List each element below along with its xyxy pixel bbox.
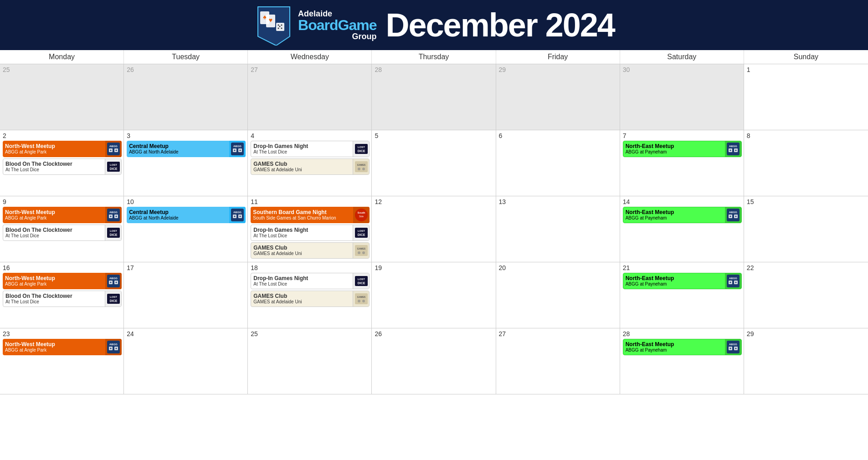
logo: ♠ ♥ Adelaide BoardGame Group <box>253 5 376 46</box>
date-number: 23 <box>3 330 122 337</box>
date-number: 28 <box>375 66 493 73</box>
svg-point-43 <box>110 216 112 217</box>
date-number: 25 <box>3 66 122 73</box>
event-subtitle: ABGG at North Adelaide <box>129 149 227 155</box>
event-icon: GAMES <box>353 159 369 174</box>
event-icon: LOSTDICE <box>105 159 121 174</box>
calendar-event[interactable]: Drop-In Games NightAt The Lost DiceLOSTD… <box>251 141 370 157</box>
svg-point-9 <box>281 28 282 29</box>
event-subtitle: At The Lost Dice <box>5 167 103 173</box>
event-title: North-East Meetup <box>626 143 723 149</box>
svg-point-74 <box>110 282 112 283</box>
day-header-thu: Thursday <box>372 50 496 64</box>
event-subtitle: GAMES at Adelaide Uni <box>253 251 350 256</box>
svg-text:LOST: LOST <box>358 230 365 232</box>
svg-point-8 <box>278 28 279 29</box>
event-icon: ABGG <box>105 273 122 289</box>
svg-text:ABGG: ABGG <box>109 211 118 214</box>
date-number: 27 <box>499 330 618 337</box>
svg-point-25 <box>240 150 241 151</box>
event-title: Drop-In Games Night <box>253 143 350 149</box>
event-title: Drop-In Games Night <box>253 275 350 281</box>
event-title: North-West Meetup <box>5 143 103 149</box>
event-title: North-West Meetup <box>5 209 103 215</box>
event-title: North-West Meetup <box>5 341 103 348</box>
calendar-cell: 12 <box>372 196 496 262</box>
calendar-cell: 25 <box>0 64 124 130</box>
calendar-cell: 24 <box>124 328 248 394</box>
logo-boardgame: BoardGame <box>298 18 376 32</box>
calendar-event[interactable]: North-East MeetupABGG at PaynehamABGG <box>623 273 742 289</box>
event-title: GAMES Club <box>253 293 350 299</box>
calendar-event[interactable]: Drop-In Games NightAt The Lost DiceLOSTD… <box>251 273 370 289</box>
calendar-cell: 17 <box>124 262 248 328</box>
calendar-event[interactable]: Blood On The ClocktowerAt The Lost DiceL… <box>3 291 122 307</box>
svg-text:GAMES: GAMES <box>357 164 366 166</box>
calendar-cell: 4Drop-In Games NightAt The Lost DiceLOST… <box>248 130 372 196</box>
date-number: 21 <box>623 264 742 271</box>
svg-text:♥: ♥ <box>269 16 272 24</box>
calendar-cell: 25 <box>248 328 372 394</box>
calendar-cell: 28North-East MeetupABGG at PaynehamABGG <box>620 328 744 394</box>
event-icon: ABGG <box>105 339 122 355</box>
calendar-event[interactable]: GAMES ClubGAMES at Adelaide UniGAMES <box>251 242 370 259</box>
date-number: 16 <box>3 264 122 271</box>
svg-point-7 <box>281 25 282 26</box>
date-number: 12 <box>375 198 493 205</box>
logo-icon: ♠ ♥ <box>253 5 294 46</box>
calendar-event[interactable]: Drop-In Games NightAt The Lost DiceLOSTD… <box>251 225 370 241</box>
event-title: North-East Meetup <box>626 341 723 348</box>
event-subtitle: ABGG at Payneham <box>626 281 723 287</box>
date-number: 6 <box>499 132 618 139</box>
svg-point-6 <box>278 25 279 26</box>
svg-point-24 <box>234 150 236 151</box>
calendar-cell: 16North-West MeetupABGG at Angle ParkABG… <box>0 262 124 328</box>
calendar-cell: 19 <box>372 262 496 328</box>
svg-text:GAMES: GAMES <box>357 296 366 298</box>
date-number: 24 <box>127 330 246 337</box>
calendar-event[interactable]: North-West MeetupABGG at Angle ParkABGG <box>3 339 122 355</box>
calendar-event[interactable]: North-East MeetupABGG at PaynehamABGG <box>623 207 742 223</box>
calendar-event[interactable]: Central MeetupABGG at North AdelaideABGG <box>127 141 246 157</box>
calendar-event[interactable]: Central MeetupABGG at North AdelaideABGG <box>127 207 246 223</box>
date-number: 13 <box>499 198 618 205</box>
date-number: 10 <box>127 198 246 205</box>
event-subtitle: ABGG at Payneham <box>626 348 723 353</box>
event-title: Central Meetup <box>129 143 227 149</box>
event-icon: ABGG <box>105 141 122 157</box>
svg-text:DICE: DICE <box>109 233 117 236</box>
calendar-event[interactable]: North-West MeetupABGG at Angle ParkABGG <box>3 273 122 289</box>
calendar-event[interactable]: Southern Board Game NightSouth Side Game… <box>251 207 370 223</box>
event-icon: ABGG <box>725 339 741 355</box>
calendar-cell: 10Central MeetupABGG at North AdelaideAB… <box>124 196 248 262</box>
page-header: ♠ ♥ Adelaide BoardGame Group December 20… <box>0 0 868 50</box>
calendar-event[interactable]: North-West MeetupABGG at Angle ParkABGG <box>3 207 122 223</box>
calendar-cell: 13 <box>496 196 620 262</box>
calendar-cell: 29 <box>496 64 620 130</box>
date-number: 2 <box>3 132 122 139</box>
calendar-event[interactable]: North-East MeetupABGG at PaynehamABGG <box>623 339 742 355</box>
event-subtitle: ABGG at Payneham <box>626 149 723 155</box>
svg-text:ABGG: ABGG <box>109 145 118 148</box>
calendar-event[interactable]: North-East MeetupABGG at PaynehamABGG <box>623 141 742 157</box>
event-title: Blood On The Clocktower <box>5 161 103 167</box>
calendar-event[interactable]: Blood On The ClocktowerAt The Lost DiceL… <box>3 158 122 175</box>
day-header-mon: Monday <box>0 50 124 64</box>
calendar-event[interactable]: Blood On The ClocktowerAt The Lost DiceL… <box>3 225 122 241</box>
svg-text:LOST: LOST <box>358 146 365 148</box>
date-number: 9 <box>3 198 122 205</box>
day-header-sun: Sunday <box>744 50 868 64</box>
calendar-event[interactable]: North-West MeetupABGG at Angle ParkABGG <box>3 141 122 157</box>
calendar-event[interactable]: GAMES ClubGAMES at Adelaide UniGAMES <box>251 291 370 307</box>
date-number: 7 <box>623 132 742 139</box>
calendar-cell: 28 <box>372 64 496 130</box>
event-icon: ABGG <box>725 141 741 157</box>
svg-text:ABGG: ABGG <box>729 343 737 346</box>
svg-point-75 <box>116 282 117 283</box>
calendar-event[interactable]: GAMES ClubGAMES at Adelaide UniGAMES <box>251 158 370 175</box>
date-number: 4 <box>251 132 370 139</box>
svg-text:GAMES: GAMES <box>357 247 366 250</box>
svg-rect-82 <box>355 293 368 304</box>
event-subtitle: ABGG at North Adelaide <box>129 215 227 221</box>
svg-point-10 <box>279 26 281 27</box>
